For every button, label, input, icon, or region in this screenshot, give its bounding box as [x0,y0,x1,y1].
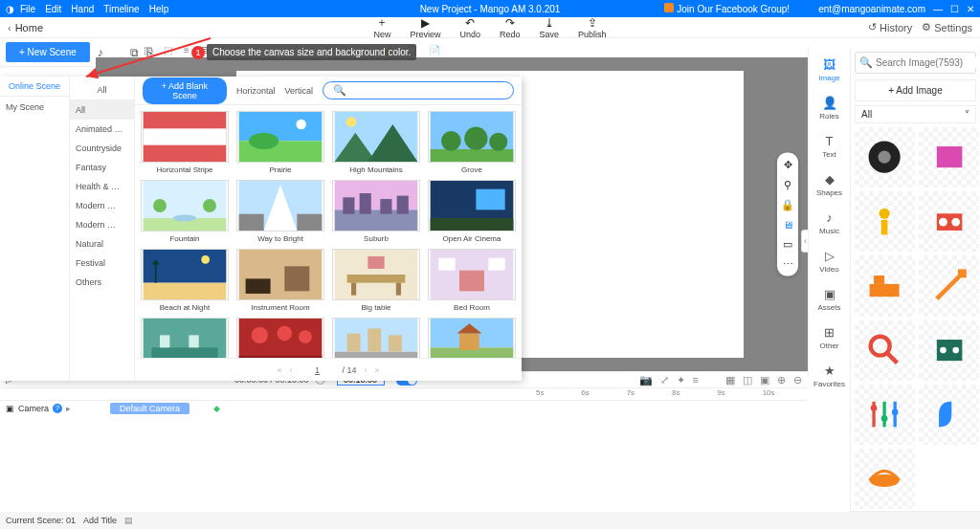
rail-text[interactable]: TText [809,130,850,163]
settings-button[interactable]: ⚙ Settings [922,21,972,33]
tool-icon[interactable]: ⊕ [777,374,786,386]
asset-item[interactable] [919,320,979,381]
category-item[interactable]: Modern … [70,215,134,234]
orientation-vertical[interactable]: Vertical [284,86,313,96]
rail-music[interactable]: ♪Music [809,207,850,239]
rail-other[interactable]: ⊞Other [809,321,850,354]
tab-online-scene[interactable]: Online Scene [0,77,69,96]
rail-assets[interactable]: ▣Assets [809,283,850,316]
facebook-link[interactable]: Join Our Facebook Group! [664,3,790,14]
page-first[interactable]: « [277,365,281,375]
device-icon[interactable]: ▭ [783,238,792,251]
menu-hand[interactable]: Hand [71,4,94,14]
scene-card[interactable]: Grove [428,111,516,174]
category-item[interactable]: Festival [70,253,134,273]
page-next[interactable]: › [365,365,368,375]
tool-icon[interactable]: ⊖ [793,374,802,386]
menu-timeline[interactable]: Timeline [103,4,139,14]
scene-card[interactable]: High Mountains [332,111,420,174]
time-ruler[interactable]: 5s6s7s8s9s10s [0,387,808,401]
scene-card[interactable]: Lantern Festival [236,318,324,358]
tool-icon[interactable]: ≡ [693,374,699,386]
close-button[interactable]: ✕ [967,4,974,14]
rail-shapes[interactable]: ◆Shapes [809,168,850,201]
edit-icon[interactable]: ▤ [124,516,133,525]
scene-card[interactable]: Big table [332,249,420,312]
default-camera-chip[interactable]: Default Camera [110,403,189,414]
page-last[interactable]: » [375,365,380,375]
category-item[interactable]: Natural [70,234,134,253]
page-prev[interactable]: ‹ [289,365,292,375]
scene-card[interactable]: Beach at Night [141,249,229,312]
asset-item[interactable] [855,385,915,445]
scene-card[interactable]: Bed Room [428,249,516,312]
menu-edit[interactable]: Edit [45,4,61,14]
rail-favorites[interactable]: ★Favorites [809,360,850,392]
add-blank-scene-button[interactable]: + Add Blank Scene [143,77,227,104]
menu-help[interactable]: Help [149,4,169,14]
asset-item[interactable] [855,255,915,316]
camera-icon[interactable]: 📷 [639,374,653,386]
tool-icon[interactable]: ◫ [743,374,752,386]
tool-redo[interactable]: ↷Redo [500,16,521,39]
scene-search-input[interactable] [346,85,503,96]
help-icon[interactable]: ? [53,404,62,413]
category-item[interactable]: Countryside [70,139,134,158]
home-link[interactable]: Home [15,22,43,33]
scene-card[interactable]: Horizontal Stripe [141,111,229,174]
puzzle-icon[interactable]: ✥ [784,159,792,171]
rail-image[interactable]: 🖼Image [809,54,850,86]
scene-card[interactable]: Small City [332,318,420,358]
back-icon[interactable]: ‹ [8,22,11,33]
asset-search[interactable]: 🔍 [855,52,976,74]
account-email[interactable]: ent@mangoanimate.com [818,4,925,14]
category-item[interactable]: Others [70,273,134,292]
asset-item[interactable] [919,127,979,187]
category-item[interactable]: Fantasy [70,158,134,177]
tool-icon[interactable]: ◫ [144,45,152,55]
asset-item[interactable] [919,191,979,252]
category-item[interactable]: All [70,100,134,120]
asset-item[interactable] [855,320,915,381]
scene-card[interactable]: Experiment [141,318,229,358]
monitor-icon[interactable]: 🖥 [783,219,793,231]
orientation-horizontal[interactable]: Horizontal [236,86,276,96]
scene-card[interactable]: Fountain [141,180,229,243]
rail-video[interactable]: ▷Video [809,245,850,277]
tab-my-scene[interactable]: My Scene [0,97,69,118]
asset-item[interactable] [919,385,979,445]
tool-save[interactable]: ⤓Save [540,16,560,39]
asset-item[interactable] [919,255,979,316]
tool-icon[interactable]: ✦ [677,374,685,386]
asset-item[interactable] [855,449,915,509]
menu-file[interactable]: File [20,4,35,14]
scene-card[interactable]: Prairie [236,111,324,174]
tool-icon[interactable]: ▦ [725,374,735,386]
tool-publish[interactable]: ⇪Publish [578,16,607,39]
default-camera-checkbox[interactable]: ☐ Default Camera [211,62,281,72]
lock-icon[interactable]: 🔒 [781,199,794,211]
scene-card[interactable]: Open Air Cinema [428,180,516,243]
asset-search-input[interactable] [876,57,980,68]
maximize-button[interactable]: ☐ [950,4,959,14]
more-icon[interactable]: ⋯ [783,258,793,271]
add-image-button[interactable]: + Add Image [855,79,976,101]
history-button[interactable]: ↺ History [868,21,912,33]
category-item[interactable]: Animated … [70,120,134,139]
add-title-button[interactable]: Add Title [83,516,117,525]
tool-icon[interactable]: ⬚ [164,45,172,55]
tool-new[interactable]: ＋New [373,16,390,39]
tool-icon[interactable]: 📄 [429,45,440,55]
bulb-icon[interactable]: ⚲ [784,179,791,191]
minimize-button[interactable]: — [933,4,943,14]
tab-all[interactable]: All [70,80,134,100]
scene-search[interactable]: 🔍 [323,81,514,99]
scene-card[interactable]: Instrument Room [236,249,324,312]
scene-card[interactable]: Way to Bright [236,180,324,243]
category-item[interactable]: Modern … [70,196,134,215]
tool-preview[interactable]: ▶Preview [410,16,440,39]
tool-icon[interactable]: ▣ [760,374,769,386]
asset-item[interactable] [855,127,915,187]
asset-item[interactable] [855,191,915,252]
scene-card[interactable]: Suburb [332,180,420,243]
